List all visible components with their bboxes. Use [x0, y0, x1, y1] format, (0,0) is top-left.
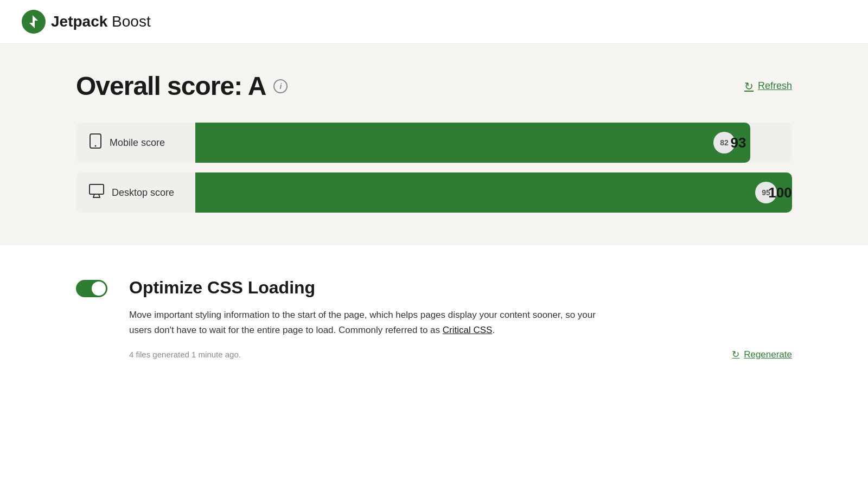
mobile-icon [89, 133, 102, 152]
optimize-css-feature: Optimize CSS Loading Move important styl… [76, 278, 792, 382]
overall-score-title: Overall score: A [76, 71, 266, 101]
mobile-bar-fill: 82 93 [195, 123, 750, 163]
refresh-button[interactable]: ↻ Refresh [744, 80, 792, 93]
optimize-css-toggle[interactable] [76, 280, 107, 297]
app-title: Jetpack Boost [51, 13, 151, 30]
desktop-score-label: Desktop score [76, 184, 195, 201]
mobile-score-label: Mobile score [76, 133, 195, 152]
score-bars: Mobile score 82 93 [76, 123, 792, 213]
desktop-score-badge: 100 [764, 184, 796, 201]
mobile-score-label-text: Mobile score [110, 137, 165, 149]
logo-area: Jetpack Boost [22, 10, 151, 34]
desktop-score-row: Desktop score 95 100 [76, 172, 792, 213]
toggle-knob [92, 282, 106, 296]
refresh-icon: ↻ [744, 80, 754, 93]
regenerate-icon: ↻ [732, 349, 739, 360]
score-section: Overall score: A i ↻ Refresh Mobile scor… [0, 44, 868, 245]
mobile-score-badge: 93 [722, 135, 755, 151]
info-icon[interactable]: i [273, 79, 288, 93]
feature-footer: 4 files generated 1 minute ago. ↻ Regene… [129, 349, 792, 360]
optimize-css-description: Move important styling information to th… [129, 308, 617, 338]
features-section: Optimize CSS Loading Move important styl… [0, 245, 868, 414]
desktop-score-label-text: Desktop score [112, 187, 174, 199]
mobile-bar-container: 82 93 [195, 123, 792, 163]
header: Jetpack Boost [0, 0, 868, 44]
optimize-css-title: Optimize CSS Loading [129, 278, 792, 298]
regenerate-button[interactable]: ↻ Regenerate [732, 349, 792, 360]
svg-rect-3 [90, 184, 104, 194]
critical-css-link[interactable]: Critical CSS [443, 325, 493, 335]
jetpack-logo-icon [22, 10, 46, 34]
score-title-area: Overall score: A i [76, 71, 288, 101]
desktop-bar-container: 95 100 [195, 172, 792, 213]
desktop-icon [89, 184, 104, 201]
feature-status: 4 files generated 1 minute ago. [129, 350, 241, 359]
desktop-bar-fill: 95 100 [195, 172, 792, 213]
optimize-css-content: Optimize CSS Loading Move important styl… [129, 278, 792, 360]
score-header: Overall score: A i ↻ Refresh [76, 71, 792, 101]
toggle-container[interactable] [76, 280, 107, 297]
svg-point-2 [95, 145, 97, 147]
mobile-score-row: Mobile score 82 93 [76, 123, 792, 163]
